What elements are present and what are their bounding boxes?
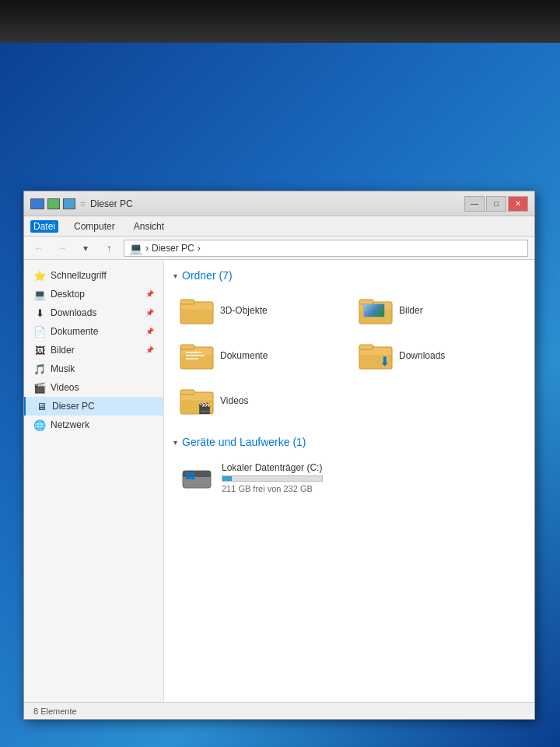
chevron-down-icon: ▾: [173, 272, 177, 280]
minimize-button[interactable]: —: [464, 196, 485, 212]
content-pane: ▾ Ordner (7) 3D-Objekte: [164, 260, 534, 702]
download-arrow-icon: ⬇: [380, 354, 390, 369]
menu-computer[interactable]: Computer: [71, 220, 118, 233]
dieser-pc-icon: 🖥: [35, 400, 47, 412]
dokumente-icon: 📄: [33, 325, 46, 338]
svg-rect-10: [186, 355, 205, 356]
monitor-icon: [30, 198, 44, 209]
folder-label-bilder: Bilder: [399, 305, 423, 316]
videos-sidebar-icon: 🎬: [33, 381, 46, 394]
top-bar-artifact: [0, 0, 560, 43]
forward-button[interactable]: →: [54, 240, 71, 256]
folders-section-label: Ordner (7): [182, 269, 233, 282]
drives-section-label: Geräte und Laufwerke (1): [182, 436, 306, 448]
menu-datei[interactable]: Datei: [30, 220, 58, 233]
sidebar-item-bilder[interactable]: 🖼 Bilder 📌: [24, 341, 163, 359]
drive-progress-bar: [222, 475, 323, 482]
folder-label-downloads: Downloads: [399, 350, 445, 361]
sidebar-desktop-label: Desktop: [51, 289, 85, 300]
pin-icon-downloads: 📌: [145, 309, 154, 317]
musik-icon: 🎵: [33, 363, 46, 375]
sidebar-musik-label: Musik: [51, 363, 75, 374]
title-separator: =: [80, 198, 86, 209]
close-button[interactable]: ✕: [508, 196, 528, 212]
folder-item-3dobjekte[interactable]: 3D-Objekte: [173, 291, 346, 330]
folder-item-dokumente[interactable]: Dokumente: [173, 336, 346, 375]
sidebar-item-downloads[interactable]: ⬇ Downloads 📌: [24, 303, 163, 322]
folder-title-icon: [63, 198, 75, 209]
folder-label-videos: Videos: [220, 395, 248, 406]
menu-ansicht[interactable]: Ansicht: [131, 220, 167, 233]
path-separator: ›: [145, 243, 149, 254]
svg-rect-2: [180, 310, 213, 324]
chevron-down-icon-drives: ▾: [173, 438, 177, 447]
sidebar-quickaccess-label: Schnellzugriff: [51, 270, 107, 281]
folder-item-downloads[interactable]: ⬇ Downloads: [352, 336, 525, 375]
drive-item-c[interactable]: Lokaler Datenträger (C:) 211 GB frei von…: [173, 458, 525, 498]
svg-rect-13: [359, 345, 373, 349]
recent-button[interactable]: ▾: [77, 240, 94, 256]
pc-path-icon: 💻: [129, 242, 142, 254]
svg-rect-16: [180, 390, 194, 395]
pin-icon-bilder: 📌: [145, 346, 154, 354]
netzwerk-icon: 🌐: [33, 419, 46, 431]
folder-icon-bilder: [359, 296, 393, 325]
drive-info-c: Lokaler Datenträger (C:) 211 GB frei von…: [222, 462, 323, 493]
drive-bar-fill: [222, 476, 232, 481]
svg-rect-20: [186, 472, 190, 475]
sidebar-item-dieser-pc[interactable]: 🖥 Dieser PC: [24, 397, 163, 416]
back-button[interactable]: ←: [30, 240, 47, 256]
sidebar-item-videos[interactable]: 🎬 Videos: [24, 378, 163, 397]
sidebar-netzwerk-label: Netzwerk: [51, 419, 89, 430]
drive-svg: [180, 463, 214, 493]
drives-section-header: ▾ Geräte und Laufwerke (1): [173, 436, 525, 448]
up-button[interactable]: ↑: [100, 240, 117, 256]
sidebar-item-schnellzugriff[interactable]: ⭐ Schnellzugriff: [24, 266, 163, 285]
title-bar: = Dieser PC — □ ✕: [24, 191, 534, 216]
explorer-window: = Dieser PC — □ ✕ Datei Computer Ansicht…: [23, 191, 535, 720]
sidebar-item-desktop[interactable]: 💻 Desktop 📌: [24, 285, 163, 303]
pin-icon-dokumente: 📌: [145, 328, 154, 335]
svg-rect-11: [186, 358, 198, 359]
maximize-button[interactable]: □: [486, 196, 506, 212]
address-path[interactable]: 💻 › Dieser PC ›: [124, 240, 528, 257]
star-icon: ⭐: [33, 269, 46, 282]
path-text: Dieser PC: [152, 243, 194, 254]
sidebar: ⭐ Schnellzugriff 💻 Desktop 📌 ⬇ Downloads…: [24, 260, 164, 702]
folder-item-bilder[interactable]: Bilder: [352, 291, 525, 330]
folder-svg-3dobjekte: [180, 296, 214, 325]
folder-svg-dokumente: [180, 341, 214, 370]
drive-free-label: 211 GB frei von 232 GB: [222, 484, 323, 493]
folder-icon-videos: 🎬: [180, 386, 214, 416]
sidebar-downloads-label: Downloads: [51, 307, 96, 318]
menu-bar: Datei Computer Ansicht: [24, 216, 534, 237]
desktop-icon: 💻: [33, 288, 46, 300]
drive-name-c: Lokaler Datenträger (C:): [222, 462, 323, 473]
drive-icon-c: [180, 463, 214, 493]
sidebar-item-netzwerk[interactable]: 🌐 Netzwerk: [24, 416, 163, 434]
title-controls: — □ ✕: [464, 196, 528, 212]
folder-item-videos[interactable]: 🎬 Videos: [173, 381, 346, 420]
svg-rect-7: [180, 345, 194, 349]
sidebar-item-dokumente[interactable]: 📄 Dokumente 📌: [24, 322, 163, 341]
svg-rect-1: [180, 300, 194, 304]
sidebar-item-musik[interactable]: 🎵 Musik: [24, 359, 163, 378]
video-icon: 🎬: [198, 402, 211, 414]
svg-rect-9: [186, 352, 201, 353]
sidebar-dokumente-label: Dokumente: [51, 326, 98, 337]
folder-grid: 3D-Objekte Bilder: [173, 291, 525, 420]
title-bar-icons: [30, 198, 75, 209]
download-icon: ⬇: [33, 307, 46, 319]
svg-rect-23: [191, 476, 194, 479]
folder-icon-dokumente: [180, 341, 214, 370]
path-arrow: ›: [198, 243, 201, 254]
folders-section-header: ▾ Ordner (7): [173, 269, 525, 282]
main-area: ⭐ Schnellzugriff 💻 Desktop 📌 ⬇ Downloads…: [24, 260, 534, 702]
status-bar: 8 Elemente: [24, 702, 534, 719]
check-icon: [47, 198, 60, 209]
sidebar-dieser-pc-label: Dieser PC: [52, 401, 95, 412]
folder-icon-downloads: ⬇: [359, 341, 393, 370]
bilder-preview: [363, 303, 385, 317]
folder-label-3dobjekte: 3D-Objekte: [220, 305, 268, 316]
sidebar-bilder-label: Bilder: [51, 345, 75, 356]
